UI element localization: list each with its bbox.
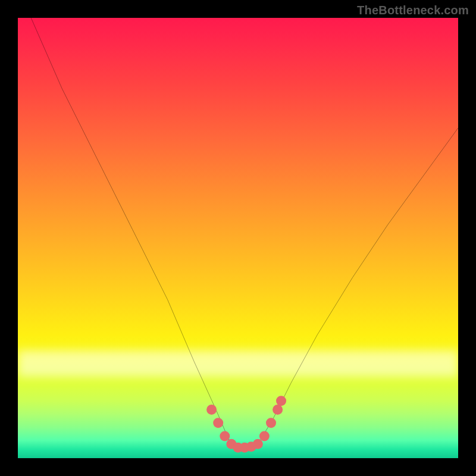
marker-group	[206, 396, 286, 452]
flat-region-marker	[206, 405, 217, 415]
chart-frame: TheBottleneck.com	[0, 0, 476, 476]
plot-area	[18, 18, 458, 458]
bottleneck-curve-path	[31, 18, 458, 449]
flat-region-marker	[213, 418, 223, 428]
flat-region-marker	[273, 405, 283, 415]
flat-region-marker	[266, 418, 276, 428]
attribution-label: TheBottleneck.com	[357, 4, 469, 17]
flat-region-marker	[259, 431, 270, 441]
flat-region-marker	[276, 396, 286, 406]
flat-region-marker	[220, 431, 230, 441]
curve-layer	[18, 18, 458, 458]
flat-region-marker	[253, 439, 263, 449]
